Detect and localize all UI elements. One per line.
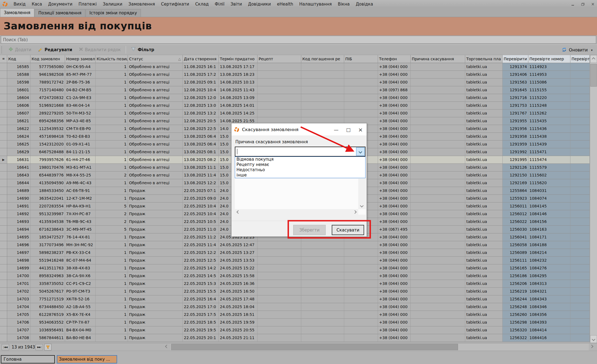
menu-item-14[interactable]: Довідка <box>353 0 376 8</box>
vertical-scrollbar[interactable] <box>590 55 597 343</box>
taskbar-home-button[interactable]: Головна <box>1 355 55 363</box>
column-header-6[interactable]: Термін придатно <box>219 55 258 63</box>
menu-item-3[interactable]: Платежі <box>75 0 100 8</box>
table-row[interactable]: 16606519692166883-4K-04-141Оброблено в а… <box>0 102 590 110</box>
edit-button[interactable]: Редагувати <box>35 46 76 54</box>
cell: XK-T8-52-16 <box>65 295 96 303</box>
add-button[interactable]: Додати <box>5 46 35 54</box>
menu-item-9[interactable]: Звіти <box>228 0 245 8</box>
memo-vertical-scrollbar[interactable] <box>358 179 366 209</box>
reason-combobox[interactable] <box>235 147 366 157</box>
column-header-15[interactable]: Перевірт <box>570 55 590 63</box>
scroll-up-icon[interactable] <box>590 55 597 63</box>
menu-item-2[interactable]: Документи <box>45 0 76 8</box>
hscroll-left-icon[interactable] <box>165 345 169 348</box>
menu-item-7[interactable]: Склад <box>192 0 212 8</box>
dialog-maximize-icon[interactable]: □ <box>342 123 354 136</box>
menu-item-11[interactable]: eHealth <box>274 0 296 8</box>
table-row[interactable]: 147071036956491B4-BX-04-M01Продаж22.05.2… <box>0 326 590 334</box>
table-row[interactable]: 147069534063552CP-TP-7X-871Продаж22.05.2… <box>0 319 590 326</box>
first-record-icon[interactable]: |◀◀ <box>2 344 9 350</box>
restore-icon[interactable] <box>580 1 586 7</box>
menu-item-10[interactable]: Довідники <box>245 0 274 8</box>
menu-item-1[interactable]: Каса <box>29 0 45 8</box>
dropdown-option-1[interactable]: Рецепту немає <box>235 162 365 167</box>
table-row[interactable]: 147037751271519XK-T8-52-161Продаж22.05.2… <box>0 295 590 303</box>
search-input[interactable] <box>1 36 596 44</box>
column-header-11[interactable]: Причина скасування <box>411 55 465 63</box>
menu-item-12[interactable]: Налаштування <box>296 0 335 8</box>
column-header-4[interactable]: Статус△ <box>128 55 183 63</box>
dropdown-option-0[interactable]: Відмова покупця <box>235 157 365 162</box>
refresh-button[interactable]: Оновити ▾ <box>562 45 593 55</box>
minimize-icon[interactable] <box>570 1 576 7</box>
table-row[interactable]: 147046734488450A2-1B-A4-551Продаж22.05.2… <box>0 303 590 311</box>
tab-0[interactable]: Замовлення <box>0 8 34 17</box>
table-row[interactable]: 146975898238237PB-KX-33-C41Продаж22.05.2… <box>0 249 590 257</box>
table-row[interactable]: 147056122876519X5-BX-7E-K41Продаж22.05.2… <box>0 311 590 319</box>
column-header-9[interactable]: ПІБ <box>344 55 378 63</box>
column-header-7[interactable]: Рецепт <box>258 55 301 63</box>
table-row[interactable]: 147013358735052CC-P1-C9-C21Продаж22.05.2… <box>0 280 590 288</box>
column-header-13[interactable]: Перевірити <box>503 55 528 63</box>
dropdown-option-2[interactable]: Недостатньо <box>235 167 365 173</box>
delete-row-button[interactable]: Видалити рядок <box>76 46 124 54</box>
dropdown-option-3[interactable]: інше <box>235 173 365 178</box>
menu-item-5[interactable]: Замовлення <box>125 0 158 8</box>
table-row[interactable]: 1658557775650800H-CK-95-A41Оброблено в а… <box>0 63 590 71</box>
cell <box>344 280 378 288</box>
column-header-8[interactable]: Код погашення ре <box>301 55 344 63</box>
comment-textarea[interactable] <box>235 179 366 215</box>
reason-dropdown-button[interactable] <box>356 147 365 156</box>
memo-scroll-right-icon[interactable] <box>353 210 357 214</box>
table-row[interactable]: 1469855194162488C-07-M4-641Продаж22.05.2… <box>0 257 590 264</box>
menu-item-13[interactable]: Вікна <box>335 0 353 8</box>
cell: Оброблено в аптеці <box>128 141 183 148</box>
table-row[interactable]: 14699441351176338-X8-4X-831Продаж22.05.2… <box>0 264 590 272</box>
column-header-14[interactable]: Перевірте номер <box>528 55 570 63</box>
column-header-10[interactable]: Телефон <box>378 55 411 63</box>
table-row[interactable]: 16607289227920550-TH-M3-521Оброблено в а… <box>0 110 590 117</box>
column-header-5[interactable]: Дата створення <box>183 55 219 63</box>
dialog-close-icon[interactable]: × <box>354 123 367 136</box>
menu-item-0[interactable]: Вихід <box>11 0 29 8</box>
menu-item-6[interactable]: Сертифікати <box>158 0 192 8</box>
column-header-0[interactable]: Код <box>7 55 30 63</box>
menu-item-4[interactable]: Залишки <box>100 0 125 8</box>
navigator-filter-icon[interactable] <box>44 344 52 350</box>
refresh-dropdown-icon[interactable]: ▾ <box>591 48 593 52</box>
table-row[interactable]: 16588946198250885-M7-PM-771Оброблено в а… <box>0 71 590 79</box>
close-icon[interactable]: × <box>590 1 596 7</box>
save-button[interactable]: Зберегти <box>293 225 326 235</box>
cell: 12.08.2025 09:1 <box>183 79 219 86</box>
taskbar-current-button[interactable]: Замовлення від поку ... <box>57 355 117 363</box>
table-row[interactable]: 146963177073496MH-3H-MC-921Продаж22.05.2… <box>0 241 590 249</box>
column-header-2[interactable]: Номер замовленн <box>65 55 96 63</box>
cell: 16601 <box>7 86 30 94</box>
column-header-3[interactable]: Кількість позицій <box>96 55 128 63</box>
cancel-button[interactable]: Скасувати <box>332 225 364 235</box>
filter-button[interactable]: Фільтр <box>128 46 158 54</box>
memo-scroll-left-icon[interactable] <box>236 210 240 214</box>
horizontal-scrollbar[interactable] <box>171 344 589 350</box>
cell: 14705 <box>7 311 30 319</box>
table-row[interactable]: 147025045267617P0-9T-CM-T31Продаж22.05.2… <box>0 288 590 295</box>
column-header-12[interactable]: Торговельна пла <box>465 55 503 63</box>
hscroll-right-icon[interactable] <box>590 345 593 348</box>
memo-horizontal-scrollbar[interactable] <box>235 209 358 215</box>
table-row[interactable]: 14700895832496338-CA-9X-X61Продаж22.05.2… <box>0 272 590 280</box>
dialog-minimize-icon[interactable]: — <box>330 123 342 136</box>
vertical-scrollbar-thumb[interactable] <box>590 64 597 87</box>
scroll-down-icon[interactable] <box>590 335 597 343</box>
horizontal-scrollbar-thumb[interactable] <box>171 344 458 350</box>
table-row[interactable]: 1659878891727422P-B6-75-361Оброблено в а… <box>0 79 590 86</box>
column-header-1[interactable]: Код замовлен <box>30 55 65 63</box>
memo-scroll-down-icon[interactable] <box>360 204 364 207</box>
menu-item-8[interactable]: Філії <box>212 0 228 8</box>
tab-1[interactable]: Позиції замовлення <box>35 9 85 17</box>
last-record-icon[interactable]: ▶▶| <box>35 344 43 350</box>
table-row[interactable]: 16601715714048004-B2-CM-B51Оброблено в а… <box>0 86 590 94</box>
table-row[interactable]: 166044724720832C1-2A-9M-E31Оброблено в а… <box>0 94 590 102</box>
tab-2[interactable]: Історія зміни порядку <box>86 9 141 17</box>
table-row[interactable]: 147085867844611BA-B0-HE-B41Продаж22.05.2… <box>0 334 590 342</box>
